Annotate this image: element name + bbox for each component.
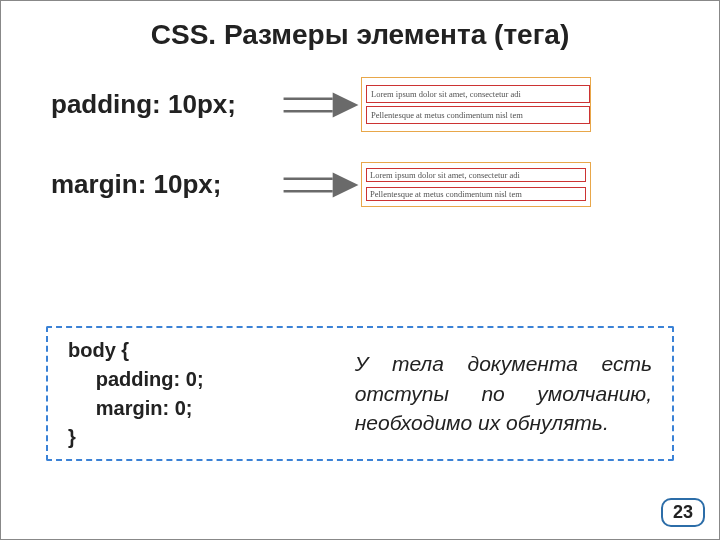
arrow-icon [281,89,361,121]
example-margin: Lorem ipsum dolor sit amet, consectetur … [361,162,591,207]
row-padding: padding: 10px; Lorem ipsum dolor sit ame… [51,77,669,132]
slide-title: CSS. Размеры элемента (тега) [1,1,719,59]
property-margin: margin: 10px; [51,169,281,200]
arrow-icon [281,169,361,201]
example-line: Lorem ipsum dolor sit amet, consectetur … [366,168,586,182]
svg-marker-5 [333,172,359,197]
code-box: body { padding: 0; margin: 0; } У тела д… [46,326,674,461]
example-padding: Lorem ipsum dolor sit amet, consectetur … [361,77,591,132]
slide: CSS. Размеры элемента (тега) padding: 10… [0,0,720,540]
page-number: 23 [661,498,705,527]
code-snippet: body { padding: 0; margin: 0; } [68,336,331,452]
row-margin: margin: 10px; Lorem ipsum dolor sit amet… [51,162,669,207]
code-note: У тела документа есть отступы по умолчан… [355,349,652,437]
property-padding: padding: 10px; [51,89,281,120]
svg-marker-2 [333,92,359,117]
example-line: Pellentesque at metus condimentum nisl t… [366,106,590,124]
example-line: Pellentesque at metus condimentum nisl t… [366,187,586,201]
example-line: Lorem ipsum dolor sit amet, consectetur … [366,85,590,103]
